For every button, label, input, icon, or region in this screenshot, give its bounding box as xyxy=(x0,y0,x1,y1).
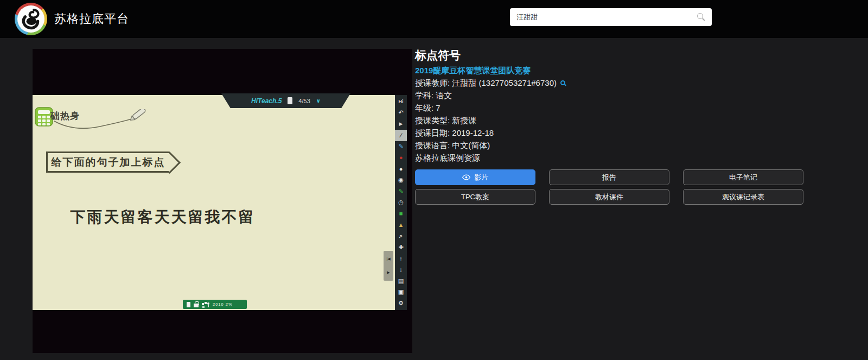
hiteach-status-bar: 2010 2% xyxy=(183,300,247,309)
report-button[interactable]: 报告 xyxy=(549,169,669,185)
hiteach-toolbar: Hi ↶ ▶ ∕ ✎ ● ● ◉ ✎ ◷ ■ ▲ ⌕ ✚ ↑ ↓ ▤ ▣ ⚙ xyxy=(395,95,407,310)
subject-line: 学科: 语文 xyxy=(415,89,804,102)
resources-label: 苏格拉底课例资源 xyxy=(415,151,804,164)
teacher-line: 授课教师: 汪甜甜 (13277053271#6730) xyxy=(415,77,804,89)
lesson-title: 标点符号 xyxy=(415,48,804,63)
sandglass-icon: ▲ xyxy=(395,219,407,231)
top-header: 苏格拉底平台 xyxy=(0,0,868,38)
hiteach-app-label: HiTeach.5 xyxy=(251,97,282,105)
chevron-down-icon: ∨ xyxy=(316,98,321,104)
search-input[interactable] xyxy=(510,8,712,26)
search-icon[interactable] xyxy=(697,13,703,19)
page-nav-popup: |◀ ▶ xyxy=(384,251,393,281)
hiteach-title-bar: HiTeach.5 4/53 ∨ xyxy=(221,93,350,108)
layout-icon xyxy=(202,303,204,305)
hiteach-menu-icon: Hi xyxy=(395,96,407,108)
teacher-text: 授课教师: 汪甜甜 (13277053271#6730) xyxy=(415,77,557,89)
stamp-icon: ◉ xyxy=(395,174,407,186)
lesson-type-line: 授课类型: 新授课 xyxy=(415,114,804,127)
video-button[interactable]: 影片 xyxy=(415,169,535,185)
search-box xyxy=(510,8,712,26)
pen-tool-icon: ∕ xyxy=(395,130,407,141)
status-text: 2010 2% xyxy=(213,302,233,307)
widget-icon: ■ xyxy=(395,208,407,219)
video-player[interactable]: HiTeach.5 4/53 ∨ 础热身 给下面的句子加上标点 下雨天留客天天留… xyxy=(33,49,412,353)
brush-icon: ✎ xyxy=(395,141,407,153)
task-banner: 给下面的句子加上标点 xyxy=(46,151,169,173)
grade-line: 年级: 7 xyxy=(415,102,804,114)
screenshot-icon: ▣ xyxy=(395,287,407,298)
tpc-plan-button[interactable]: TPC教案 xyxy=(415,189,535,205)
lock-icon xyxy=(194,304,199,307)
zoom-icon: ⌕ xyxy=(395,231,407,242)
lesson-date-line: 授课日期: 2019-12-18 xyxy=(415,127,804,139)
cursor-icon: ▶ xyxy=(395,118,407,130)
arrow-down-icon: ↓ xyxy=(395,264,407,275)
courseware-button[interactable]: 教材课件 xyxy=(549,189,669,205)
red-marker-icon: ● xyxy=(395,152,407,163)
language-line: 授课语言: 中文(简体) xyxy=(415,139,804,151)
pencil-sketch-icon xyxy=(48,109,156,134)
nav-next-icon: ▶ xyxy=(384,270,393,275)
status-page-icon xyxy=(187,302,190,307)
socrates-logo-inner xyxy=(17,5,44,33)
signal-icon xyxy=(207,302,209,305)
page-title: 苏格拉底平台 xyxy=(54,0,129,38)
lesson-details-panel: 标点符号 2019醍摩豆杯智慧课堂团队竞赛 授课教师: 汪甜甜 (1327705… xyxy=(415,48,804,205)
move-icon: ✚ xyxy=(395,242,407,253)
eye-icon xyxy=(462,174,470,180)
eraser-icon: ● xyxy=(395,163,407,175)
contest-link-row: 2019醍摩豆杯智慧课堂团队竞赛 xyxy=(415,64,804,77)
ink-bird-icon xyxy=(21,8,41,30)
hiteach-whiteboard-frame: HiTeach.5 4/53 ∨ 础热身 给下面的句子加上标点 下雨天留客天天留… xyxy=(33,95,407,310)
exercise-sentence: 下雨天留客天天留我不留 xyxy=(62,207,263,228)
observation-record-button[interactable]: 观议课记录表 xyxy=(683,189,803,205)
teacher-search-icon[interactable] xyxy=(560,80,565,85)
arrow-up-icon: ↑ xyxy=(395,253,407,264)
green-pen-icon: ✎ xyxy=(395,186,407,197)
undo-icon: ↶ xyxy=(395,108,407,119)
contest-link[interactable]: 2019醍摩豆杯智慧课堂团队竞赛 xyxy=(415,66,531,75)
video-button-label: 影片 xyxy=(474,173,488,182)
clipboard-icon: ▤ xyxy=(395,275,407,287)
resource-buttons: 影片 报告 电子笔记 TPC教案 教材课件 观议课记录表 xyxy=(415,169,804,205)
page-indicator: 4/53 xyxy=(298,98,310,104)
settings-gear-icon: ⚙ xyxy=(395,298,407,309)
nav-first-icon: |◀ xyxy=(384,257,393,261)
page-icon xyxy=(288,97,292,104)
timer-icon: ◷ xyxy=(395,197,407,209)
socrates-logo xyxy=(15,3,47,35)
enote-button[interactable]: 电子笔记 xyxy=(683,169,803,185)
